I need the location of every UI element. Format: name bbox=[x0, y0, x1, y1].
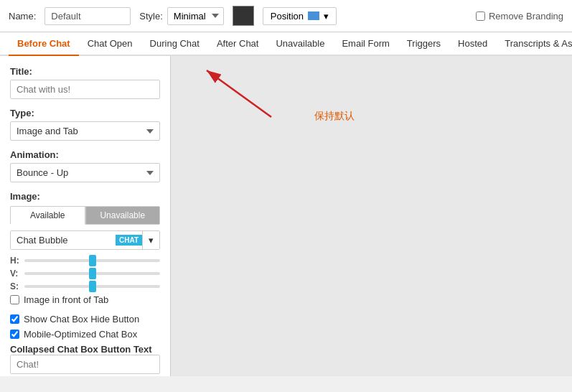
animation-dropdown-wrap: Bounce - Up None Bounce - Down bbox=[10, 163, 160, 182]
slider-s-label: S: bbox=[10, 281, 22, 291]
slider-v-row: V: bbox=[10, 269, 160, 279]
slider-s[interactable] bbox=[24, 285, 160, 288]
main-content: Title: Type: Image and Tab Tab Only Imag… bbox=[0, 56, 572, 376]
available-tab[interactable]: Available bbox=[10, 206, 85, 225]
show-chat-box-checkbox[interactable] bbox=[10, 314, 19, 324]
position-label: Position bbox=[271, 11, 304, 22]
tab-triggers[interactable]: Triggers bbox=[398, 32, 449, 56]
slider-s-wrap bbox=[24, 281, 160, 291]
title-label: Title: bbox=[10, 66, 160, 77]
image-front-row: Image in front of Tab bbox=[10, 294, 160, 305]
chat-bubble-label: Chat Bubble bbox=[11, 231, 116, 249]
position-icon bbox=[308, 11, 319, 20]
right-panel: 保持默认 bbox=[171, 56, 572, 376]
avail-tabs: Available Unavailable bbox=[10, 206, 160, 225]
tab-chat-open[interactable]: Chat Open bbox=[79, 32, 141, 56]
image-front-checkbox[interactable] bbox=[10, 295, 19, 304]
svg-line-1 bbox=[207, 70, 271, 117]
tab-hosted[interactable]: Hosted bbox=[449, 32, 496, 56]
slider-v-label: V: bbox=[10, 269, 22, 279]
style-wrap: Style: Minimal Classic Modern bbox=[139, 7, 224, 25]
tab-unavailable[interactable]: Unavailable bbox=[267, 32, 333, 56]
slider-v-wrap bbox=[24, 269, 160, 279]
chat-bubble-dropdown-arrow[interactable]: ▾ bbox=[142, 231, 159, 249]
mobile-optimized-row: Mobile-Optimized Chat Box bbox=[10, 329, 160, 340]
slider-h-wrap bbox=[24, 256, 160, 266]
left-panel: Title: Type: Image and Tab Tab Only Imag… bbox=[0, 56, 171, 376]
style-label: Style: bbox=[139, 11, 163, 22]
slider-s-row: S: bbox=[10, 281, 160, 291]
tab-during-chat[interactable]: During Chat bbox=[141, 32, 208, 56]
style-select[interactable]: Minimal Classic Modern bbox=[167, 7, 224, 25]
slider-h-row: H: bbox=[10, 256, 160, 266]
type-label: Type: bbox=[10, 108, 160, 118]
animation-group: Animation: Bounce - Up None Bounce - Dow… bbox=[10, 149, 160, 182]
remove-branding-checkbox[interactable] bbox=[476, 11, 485, 21]
name-input[interactable] bbox=[44, 7, 131, 25]
tab-transcripts[interactable]: Transcripts & Assignments bbox=[496, 32, 572, 56]
title-group: Title: bbox=[10, 66, 160, 99]
position-button[interactable]: Position ▾ bbox=[263, 7, 337, 25]
collapsed-text-group: Collapsed Chat Box Button Text bbox=[10, 344, 160, 374]
color-swatch[interactable] bbox=[233, 6, 254, 26]
image-label: Image: bbox=[10, 191, 160, 202]
tab-after-chat[interactable]: After Chat bbox=[208, 32, 268, 56]
image-front-label: Image in front of Tab bbox=[24, 294, 108, 305]
position-chevron-icon: ▾ bbox=[324, 11, 329, 22]
type-dropdown-wrap: Image and Tab Tab Only Image Only bbox=[10, 121, 160, 141]
animation-label: Animation: bbox=[10, 149, 160, 160]
show-chat-box-label: Show Chat Box Hide Button bbox=[24, 314, 139, 325]
type-select[interactable]: Image and Tab Tab Only Image Only bbox=[10, 121, 160, 141]
tab-email-form[interactable]: Email Form bbox=[333, 32, 398, 56]
remove-branding-label: Remove Branding bbox=[489, 11, 563, 22]
tabs-bar: Before Chat Chat Open During Chat After … bbox=[0, 32, 572, 56]
show-chat-box-row: Show Chat Box Hide Button bbox=[10, 314, 160, 325]
remove-branding-wrap: Remove Branding bbox=[476, 11, 563, 22]
annotation-text: 保持默认 bbox=[314, 110, 355, 123]
unavailable-tab[interactable]: Unavailable bbox=[85, 206, 161, 225]
chat-badge: CHAT bbox=[116, 235, 142, 246]
slider-h[interactable] bbox=[24, 259, 160, 262]
name-label: Name: bbox=[9, 11, 36, 22]
tab-before-chat[interactable]: Before Chat bbox=[9, 32, 79, 56]
title-input[interactable] bbox=[10, 80, 160, 99]
mobile-optimized-label: Mobile-Optimized Chat Box bbox=[24, 329, 137, 340]
collapsed-text-input[interactable] bbox=[10, 355, 160, 374]
top-bar: Name: Style: Minimal Classic Modern Posi… bbox=[0, 0, 572, 32]
slider-v[interactable] bbox=[24, 272, 160, 275]
slider-h-label: H: bbox=[10, 256, 22, 266]
type-group: Type: Image and Tab Tab Only Image Only bbox=[10, 108, 160, 141]
image-group: Image: Available Unavailable Chat Bubble… bbox=[10, 191, 160, 305]
animation-select[interactable]: Bounce - Up None Bounce - Down bbox=[10, 163, 160, 182]
annotation-arrow bbox=[149, 56, 293, 142]
collapsed-text-label: Collapsed Chat Box Button Text bbox=[10, 344, 152, 355]
mobile-optimized-checkbox[interactable] bbox=[10, 330, 19, 339]
chat-bubble-dropdown: Chat Bubble CHAT ▾ bbox=[10, 230, 160, 250]
